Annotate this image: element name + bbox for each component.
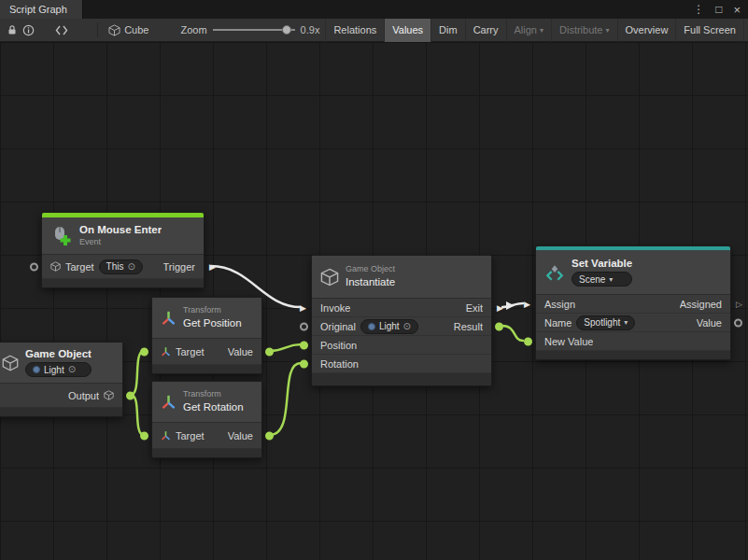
port-assign-input[interactable]: ▶	[524, 300, 530, 308]
object-picker-icon[interactable]: ⊙	[403, 322, 411, 331]
graph-owner-button[interactable]: Cube	[103, 22, 154, 38]
wire-exit-to-assign[interactable]	[502, 303, 523, 307]
object-picker-icon[interactable]: ⊙	[68, 365, 76, 374]
output-label: Output	[68, 390, 99, 401]
wire-result-to-new-value[interactable]	[502, 326, 523, 341]
dim-button[interactable]: Dim	[430, 19, 465, 42]
node-footer	[312, 373, 491, 385]
transform-icon	[161, 394, 176, 410]
align-button[interactable]: Align ▾	[506, 19, 551, 42]
node-get-rotation[interactable]: Transform Get Rotation Target Value	[151, 381, 262, 458]
port-getposition-value-output[interactable]	[265, 347, 274, 356]
wire-rotation-value-to-instantiate-rotation[interactable]	[270, 363, 301, 435]
node-header[interactable]: Transform Get Rotation	[152, 382, 261, 423]
port-getposition-target-input[interactable]	[140, 347, 148, 356]
target-label: Target	[65, 261, 94, 273]
node-category: Game Object	[346, 265, 395, 274]
port-value-output[interactable]	[734, 318, 742, 327]
overview-button[interactable]: Overview	[617, 19, 676, 42]
assign-row: ▶ Assign Assigned ▷	[536, 295, 730, 314]
node-instantiate[interactable]: Game Object Instantiate ▶ Invoke Exit ▶ …	[311, 255, 492, 386]
node-get-position[interactable]: Transform Get Position Target Value	[151, 297, 262, 374]
wire-output-to-getposition-target[interactable]	[131, 351, 144, 395]
node-set-variable[interactable]: Set Variable Scene ▾ ▶ Assign Assigned ▷…	[535, 245, 731, 360]
node-header[interactable]: On Mouse Enter Event	[42, 217, 204, 255]
node-footer	[42, 279, 204, 287]
transform-icon	[161, 430, 171, 441]
info-icon[interactable]	[22, 21, 35, 39]
port-event-trigger-output[interactable]: ▶	[209, 262, 216, 271]
graph-owner-label: Cube	[124, 24, 148, 35]
relations-button[interactable]: Relations	[325, 19, 384, 42]
code-icon[interactable]	[55, 21, 68, 39]
game-object-icon	[50, 261, 61, 272]
this-value-chip[interactable]: This ⊙	[99, 259, 143, 274]
lock-icon[interactable]	[6, 21, 19, 39]
node-title: Set Variable	[572, 258, 632, 270]
node-footer	[536, 351, 730, 359]
port-position-input[interactable]	[300, 341, 308, 349]
variable-scope-dropdown[interactable]: Scene ▾	[572, 272, 632, 287]
port-assigned-output[interactable]: ▷	[736, 300, 742, 308]
node-footer	[152, 365, 261, 373]
port-exit-output[interactable]: ▶	[497, 303, 503, 312]
window-maximize-icon[interactable]: □	[715, 4, 722, 15]
window-menu-icon[interactable]: ⋮	[693, 4, 704, 15]
wire-output-to-getrotation-target[interactable]	[131, 395, 144, 435]
port-new-value-input[interactable]	[524, 337, 532, 345]
carry-button[interactable]: Carry	[465, 19, 506, 42]
node-on-mouse-enter[interactable]: On Mouse Enter Event Target This ⊙ Trigg…	[41, 212, 205, 288]
cube-icon	[2, 355, 19, 371]
light-object-chip[interactable]: Light ⊙	[360, 319, 418, 334]
chevron-down-icon: ▾	[624, 318, 628, 327]
trigger-label: Trigger	[163, 261, 195, 273]
zoom-label: Zoom	[180, 24, 206, 35]
port-getrotation-value-output[interactable]	[265, 431, 274, 440]
node-title: Get Position	[183, 317, 242, 329]
node-header[interactable]: Set Variable Scene ▾	[536, 250, 730, 295]
node-header[interactable]: Game Object Instantiate	[312, 256, 491, 299]
tab-script-graph[interactable]: Script Graph	[0, 0, 83, 19]
target-label: Target	[176, 346, 205, 357]
target-value-row: Target Value	[152, 423, 261, 449]
port-event-target-input[interactable]	[30, 262, 38, 271]
node-subtitle: Event	[79, 238, 162, 247]
target-value-row: Target Value	[152, 339, 261, 365]
value-label: Value	[228, 346, 253, 357]
original-result-row: Original Light ⊙ Result	[312, 317, 491, 336]
port-invoke-input[interactable]: ▶	[300, 303, 306, 312]
object-picker-icon[interactable]: ⊙	[127, 262, 134, 272]
node-game-object-literal[interactable]: Game Object Light ⊙ Output	[0, 342, 123, 417]
invoke-exit-row: ▶ Invoke Exit ▶	[312, 299, 491, 317]
node-header[interactable]: Game Object Light ⊙	[0, 343, 122, 384]
wire-position-value-to-instantiate-position[interactable]	[270, 344, 301, 351]
distribute-button[interactable]: Distribute ▾	[551, 19, 616, 42]
chevron-down-icon: ▾	[609, 275, 613, 284]
result-label: Result	[454, 321, 483, 332]
graph-canvas[interactable]: On Mouse Enter Event Target This ⊙ Trigg…	[0, 42, 748, 560]
port-original-input[interactable]	[300, 322, 308, 330]
node-header[interactable]: Transform Get Position	[152, 298, 261, 339]
original-label: Original	[320, 321, 356, 332]
port-result-output[interactable]	[495, 322, 503, 330]
variable-name-dropdown[interactable]: Spotlight ▾	[576, 315, 635, 330]
new-value-label: New Value	[544, 336, 593, 347]
transform-icon	[161, 346, 171, 357]
port-getrotation-target-input[interactable]	[140, 431, 148, 440]
port-gameobject-output[interactable]	[126, 391, 134, 399]
event-target-row: Target This ⊙ Trigger ▶	[42, 255, 204, 279]
chevron-down-icon: ▾	[605, 26, 609, 35]
values-button[interactable]: Values	[384, 19, 430, 42]
port-rotation-input[interactable]	[300, 359, 308, 368]
cube-icon	[320, 268, 339, 287]
zoom-slider[interactable]	[213, 23, 295, 36]
fullscreen-button[interactable]: Full Screen	[675, 19, 744, 42]
light-object-chip[interactable]: Light ⊙	[25, 362, 92, 377]
mouse-enter-icon	[50, 225, 73, 247]
cube-icon	[108, 24, 120, 36]
zoom-slider-handle[interactable]	[282, 25, 291, 35]
window-close-icon[interactable]: ×	[733, 4, 741, 16]
value-label: Value	[697, 317, 722, 329]
node-title: Get Rotation	[183, 401, 244, 413]
name-label: Name	[544, 317, 572, 329]
